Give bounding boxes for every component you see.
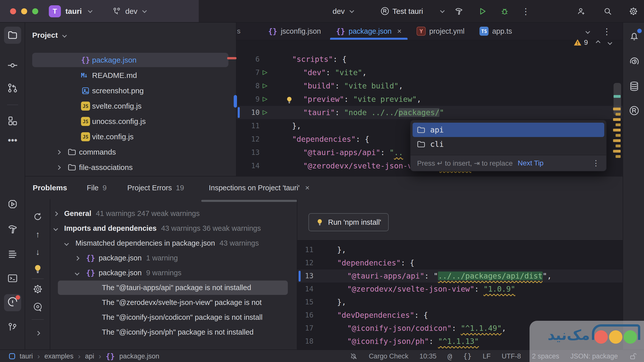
problems-tab-Inspections on Project 'tauri'[interactable]: Inspections on Project 'tauri'× <box>209 176 309 199</box>
code-line-6[interactable]: 6"scripts": { <box>236 53 623 66</box>
intention-bulb-icon[interactable] <box>285 95 294 103</box>
breadcrumb-item-examples[interactable]: examples <box>45 352 74 360</box>
run-configuration-selector[interactable]: Test tauri <box>392 0 423 23</box>
inspection-tree-row[interactable]: {}package.json9 warnings <box>50 265 297 280</box>
project-tree-item-svelte.config.js[interactable]: JSsvelte.config.js <box>25 98 236 114</box>
encoding-widget[interactable]: UTF-8 <box>502 352 521 360</box>
close-tab-icon[interactable]: × <box>397 27 402 35</box>
search-icon[interactable] <box>603 7 612 16</box>
ai-status-icon[interactable]: @ <box>448 352 452 361</box>
more-tools-icon[interactable]: ••• <box>7 135 18 146</box>
run-button[interactable] <box>478 7 487 16</box>
structure-tool-icon[interactable] <box>7 115 18 126</box>
inspection-tree-row[interactable]: Imports and dependencies43 warnings 36 w… <box>50 221 297 236</box>
code-line-12[interactable]: 12"dependencies": { <box>297 256 623 269</box>
editor-tab-app.ts[interactable]: TSapp.ts <box>472 23 519 40</box>
rust-cargo-icon[interactable] <box>629 105 640 116</box>
project-tree-item-vite.config.js[interactable]: JSvite.config.js <box>25 129 236 144</box>
code-line-15[interactable]: 15}, <box>297 296 623 309</box>
panel-divider-handle[interactable] <box>234 95 237 108</box>
close-tab-icon[interactable]: × <box>305 184 310 192</box>
error-stripe[interactable] <box>612 40 621 176</box>
rerun-inspection-icon[interactable] <box>33 212 43 222</box>
next-tip-link[interactable]: Next Tip <box>518 159 544 167</box>
zoom-window-button[interactable] <box>32 8 38 14</box>
inspection-tree-row[interactable]: {}package.json1 warning <box>50 251 297 265</box>
debug-button[interactable] <box>500 7 509 16</box>
problems-panel-title[interactable]: Problems <box>33 176 67 199</box>
project-panel-header[interactable]: Project <box>32 23 66 48</box>
tab-options-kebab-icon[interactable]: ⋮ <box>602 27 611 36</box>
project-tree-item-package.json[interactable]: {}package.json <box>25 52 236 68</box>
code-line-14[interactable]: 14"@zerodevx/svelte-json-view": "1.0.9" <box>297 283 623 296</box>
code-style-icon[interactable]: {} <box>463 352 472 360</box>
close-window-button[interactable] <box>10 8 16 14</box>
chevron-right-icon[interactable] <box>57 166 60 170</box>
more-actions-icon[interactable]: ⋮ <box>521 7 530 16</box>
view-options-eye-icon[interactable] <box>33 302 43 312</box>
completion-item-api[interactable]: api <box>413 123 604 137</box>
inspection-tree-row[interactable]: Mismatched dependencies in package.json4… <box>50 236 297 251</box>
clock-widget[interactable]: 10:35 <box>419 352 436 360</box>
previous-problem-icon[interactable] <box>596 40 600 45</box>
project-tree-item-screenshot.png[interactable]: screenshot.png <box>25 83 236 98</box>
code-line-13[interactable]: 13"@tauri-apps/api": "../../packages/api… <box>297 269 623 283</box>
commit-tool-icon[interactable] <box>7 60 18 71</box>
warning-indicator[interactable]: 9 <box>573 38 588 47</box>
problems-tool-icon[interactable] <box>7 297 18 308</box>
quick-fix-bulb-icon[interactable] <box>33 264 43 274</box>
inspection-tree-row[interactable]: The "@iconify-json/ph" package is not in… <box>50 325 297 340</box>
previous-item-arrow-icon[interactable]: ↑ <box>33 229 43 239</box>
project-tool-icon[interactable] <box>7 30 18 41</box>
version-control-tool-icon[interactable] <box>7 322 18 333</box>
inspections-widget[interactable]: 9 <box>573 38 612 47</box>
build-hammer-icon[interactable] <box>454 7 463 16</box>
chevron-right-icon[interactable] <box>57 150 60 155</box>
run-script-icon[interactable]: ▷ <box>263 105 267 119</box>
project-tree-item-commands[interactable]: commands <box>25 144 236 160</box>
run-script-icon[interactable]: ▷ <box>263 92 267 105</box>
project-tree-item-README.md[interactable]: M↓README.md <box>25 68 236 83</box>
expand-chevron-icon[interactable] <box>33 327 43 337</box>
run-script-icon[interactable]: ▷ <box>263 65 267 79</box>
todo-lines-icon[interactable] <box>7 248 18 259</box>
breadcrumb-item-tauri[interactable]: tauri <box>20 352 33 360</box>
inspection-tree-row[interactable]: General41 warnings 247 weak warnings <box>50 206 297 221</box>
code-line-9[interactable]: 9▷"preview": "vite preview", <box>236 93 623 106</box>
breadcrumb-item-api[interactable]: api <box>85 352 94 360</box>
completion-item-cli[interactable]: cli <box>413 137 604 151</box>
problems-tab-Project Errors[interactable]: Project Errors19 <box>127 176 184 199</box>
cargo-check-widget[interactable]: Cargo Check <box>369 352 409 360</box>
pull-requests-tool-icon[interactable] <box>7 82 18 94</box>
project-tree-item-unocss.config.js[interactable]: JSunocss.config.js <box>25 114 236 129</box>
inspection-settings-gear-icon[interactable] <box>33 284 43 294</box>
editor-tab-project.yml[interactable]: Yproject.yml <box>409 23 472 40</box>
branch-selector[interactable]: dev <box>125 0 137 23</box>
inspection-tree-row[interactable]: The "@zerodevx/svelte-json-view" package… <box>50 295 297 310</box>
editor-tab-package.json[interactable]: {}package.json× <box>329 23 409 40</box>
minimize-window-button[interactable] <box>21 8 27 14</box>
next-problem-icon[interactable] <box>608 40 612 45</box>
tab-list-chevron-icon[interactable] <box>585 29 590 34</box>
editor-tab-jsconfig.json[interactable]: {}jsconfig.json <box>261 23 329 40</box>
notifications-bell-icon[interactable] <box>629 31 640 42</box>
popup-options-kebab-icon[interactable]: ⋮ <box>592 159 600 168</box>
inspection-tree-row[interactable]: The "@iconify-json/codicon" package is n… <box>50 310 297 325</box>
next-item-arrow-icon[interactable]: ↓ <box>33 247 43 257</box>
code-line-10[interactable]: 10▷"tauri": "node ../../packages/" <box>236 106 623 119</box>
add-user-icon[interactable] <box>577 7 586 16</box>
notifications-muted-icon[interactable] <box>350 352 358 360</box>
build-tool-icon[interactable] <box>7 224 18 235</box>
terminal-tool-icon[interactable] <box>7 273 18 284</box>
code-line-16[interactable]: 16"devDependencies": { <box>297 309 623 322</box>
project-avatar[interactable]: T <box>49 5 61 17</box>
database-icon[interactable] <box>629 81 640 92</box>
inspection-tree-row[interactable]: The "@tauri-apps/api" package is not ins… <box>50 280 297 295</box>
problems-tab-File[interactable]: File9 <box>87 176 107 199</box>
run-npm-install-button[interactable]: Run 'npm install' <box>308 213 389 231</box>
ai-assistant-icon[interactable] <box>629 56 640 67</box>
project-selector[interactable]: tauri <box>65 0 82 23</box>
code-line-11[interactable]: 11}, <box>297 243 623 256</box>
code-line-8[interactable]: 8▷"build": "vite build", <box>236 79 623 93</box>
run-script-icon[interactable]: ▷ <box>263 79 267 92</box>
